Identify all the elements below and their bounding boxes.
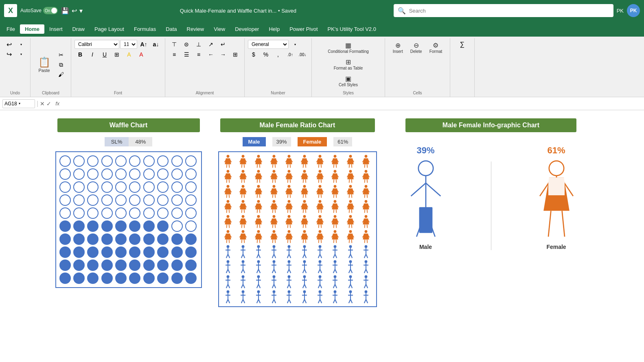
align-center-button[interactable]: ☰ [181,50,192,59]
menu-data[interactable]: Data [161,24,182,34]
svg-marker-223 [332,203,338,209]
decimal-increase-button[interactable]: .0↑ [285,50,296,59]
paste-button[interactable]: 📋 Paste [35,55,54,74]
svg-point-306 [242,230,245,233]
svg-line-182 [226,209,227,213]
conditional-formatting-button[interactable]: ▦ Conditional Formatting [315,40,381,55]
formula-input[interactable] [64,101,642,107]
waffle-cell [59,260,71,271]
menu-help[interactable]: Help [264,24,285,34]
cancel-formula-icon[interactable]: ✕ [40,100,45,107]
font-grow-button[interactable]: A↑ [138,40,149,49]
dropdown-quick-icon[interactable]: ▾ [79,7,83,15]
undo-button[interactable]: ↩ [3,40,15,49]
svg-line-218 [318,209,319,213]
format-as-table-button[interactable]: ⊞ Format as Table [315,57,381,72]
waffle-cell [157,181,169,193]
number-format-dropdown[interactable]: ▾ [289,40,301,49]
svg-line-213 [306,209,306,213]
menu-view[interactable]: View [209,24,230,34]
toggle-dot [51,8,57,13]
angle-text-button[interactable]: ↗ [205,40,217,49]
svg-point-192 [257,200,260,203]
format-cells-button[interactable]: ⚙ Format [426,40,446,55]
menu-home[interactable]: Home [20,24,44,34]
copy-button[interactable]: ⧉ [55,60,67,69]
svg-point-78 [272,170,275,173]
svg-line-443 [318,269,320,273]
menu-developer[interactable]: Developer [230,24,264,34]
cell-styles-button[interactable]: ▣ Cell Styles [315,73,381,89]
indent-more-button[interactable]: → [217,50,229,59]
cell-reference[interactable]: AG18 ▾ [2,99,35,108]
align-top-button[interactable]: ⊤ [169,40,180,49]
save-icon[interactable]: 💾 [61,7,69,15]
svg-point-395 [334,245,337,248]
align-right-button[interactable]: ≡ [193,50,204,59]
delete-cells-button[interactable]: ⊖ Delete [407,40,425,55]
decimal-decrease-button[interactable]: .00↓ [297,50,308,59]
search-input[interactable] [409,8,609,14]
mf-grid-cell [313,185,326,198]
bold-button[interactable]: B [74,50,86,59]
wrap-text-button[interactable]: ↵ [217,40,229,49]
toggle-state-label: On [44,9,51,13]
menu-page-layout[interactable]: Page Layout [90,24,129,34]
font-size-select[interactable]: 11 [120,40,137,49]
menu-draw[interactable]: Draw [68,24,90,34]
indent-less-button[interactable]: ← [205,50,217,59]
merge-center-button[interactable]: ⊞ [230,50,241,59]
cell-ref-dropdown[interactable]: ▾ [19,102,20,105]
mf-grid-cell [329,170,342,183]
mf-grid-cell [267,290,280,304]
svg-point-500 [349,275,352,278]
svg-point-465 [242,275,245,278]
font-name-select[interactable]: Calibri [74,40,119,49]
search-box[interactable]: 🔍 [394,4,613,17]
menu-insert[interactable]: Insert [44,24,68,34]
waffle-cell [129,155,140,167]
cut-button[interactable]: ✂ [55,50,67,59]
svg-point-162 [334,185,337,188]
insert-cells-button[interactable]: ⊕ Insert [390,40,406,55]
comma-button[interactable]: , [272,50,284,59]
svg-line-373 [257,254,258,258]
svg-point-168 [349,185,352,188]
font-shrink-button[interactable]: a↓ [150,40,162,49]
borders-button[interactable]: ⊞ [111,50,123,59]
align-left-button[interactable]: ≡ [169,50,180,59]
underline-button[interactable]: U [99,50,110,59]
menu-power-pivot[interactable]: Power Pivot [285,24,322,34]
align-middle-button[interactable]: ⊜ [181,40,192,49]
waffle-cell [73,168,85,180]
redo-dropdown[interactable]: ▾ [15,50,27,59]
menu-formulas[interactable]: Formulas [129,24,161,34]
undo-quick-icon[interactable]: ↩ [72,7,77,15]
svg-line-14 [257,164,257,168]
svg-marker-169 [347,188,353,194]
number-format-select[interactable]: General [248,40,289,49]
sum-button[interactable]: ∑ [457,40,468,49]
menu-review[interactable]: Review [182,24,209,34]
svg-line-164 [334,194,334,198]
font-color-button[interactable]: A [136,50,147,59]
redo-button[interactable]: ↪ [3,50,15,59]
autosave-toggle[interactable]: On [43,7,58,14]
confirm-formula-icon[interactable]: ✓ [46,100,51,107]
waffle-cell [157,207,169,219]
svg-line-429 [274,269,276,273]
svg-point-186 [242,200,245,203]
mf-grid-cell [359,245,372,259]
undo-dropdown[interactable]: ▾ [15,40,27,49]
fill-color-button[interactable]: A [123,50,135,59]
menu-pk-utility[interactable]: PK's Utility Tool V2.0 [323,24,381,34]
currency-button[interactable]: $ [248,50,259,59]
svg-point-198 [272,200,275,203]
avatar[interactable]: PK [627,4,640,17]
percent-button[interactable]: % [260,50,272,59]
format-painter-button[interactable]: 🖌 [55,70,67,79]
menu-file[interactable]: File [2,24,20,34]
svg-point-370 [257,245,260,248]
italic-button[interactable]: I [87,50,98,59]
align-bottom-button[interactable]: ⊥ [193,40,204,49]
